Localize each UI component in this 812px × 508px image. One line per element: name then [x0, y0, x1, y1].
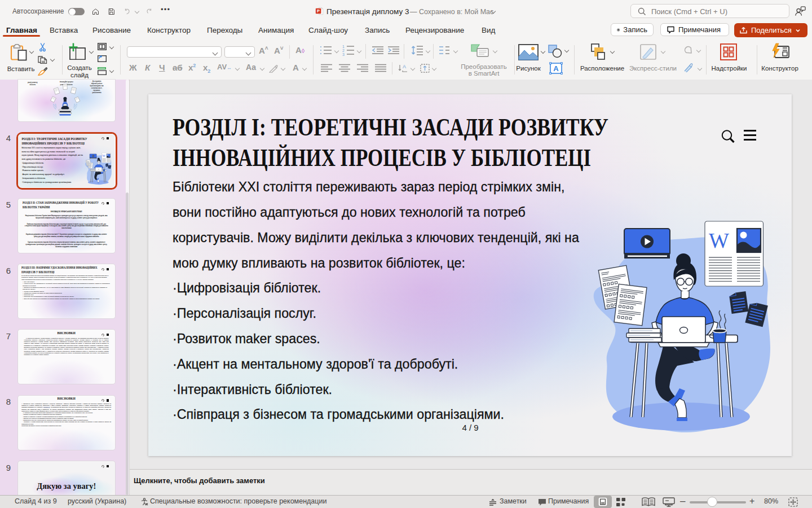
svg-text:A: A: [553, 64, 559, 73]
svg-text:2: 2: [342, 49, 345, 52]
svg-text:P: P: [317, 8, 320, 14]
svg-text:1: 1: [342, 45, 345, 49]
svg-text:3: 3: [342, 52, 345, 56]
svg-text:A: A: [403, 64, 406, 69]
